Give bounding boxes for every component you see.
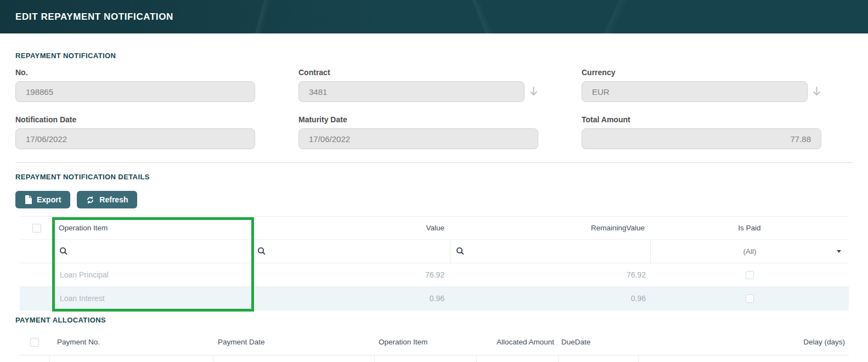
allocations-header-row: Payment No. Payment Date Operation Item …	[20, 329, 849, 355]
search-icon	[257, 247, 266, 256]
field-total-amount: Total Amount 77.88	[582, 116, 821, 149]
select-all-checkbox[interactable]	[32, 224, 41, 233]
select-all-checkbox[interactable]	[30, 338, 39, 347]
contract-label: Contract	[298, 69, 538, 76]
value-filter-input[interactable]	[251, 240, 450, 263]
operation-item-filter-input[interactable]	[374, 355, 476, 362]
details-header-row: Operation Item Value RemainingValue Is P…	[20, 216, 849, 240]
value-cell: 76.92	[251, 263, 450, 286]
column-header-value[interactable]: Value	[251, 217, 450, 239]
allocations-filter-row	[20, 355, 849, 362]
column-header-duedate[interactable]: DueDate	[558, 329, 638, 355]
column-header-operation-item[interactable]: Operation Item	[53, 217, 251, 239]
details-toolbar: Export Refresh	[15, 191, 868, 208]
details-table: Operation Item Value RemainingValue Is P…	[20, 216, 849, 310]
section-title-repayment-notification: REPAYMENT NOTIFICATION	[15, 52, 853, 60]
operation-item-cell: Loan Interest	[53, 287, 251, 310]
remaining-value-filter-input[interactable]	[450, 240, 650, 263]
column-header-payment-no[interactable]: Payment No.	[49, 329, 213, 355]
delay-days-filter-input[interactable]	[638, 355, 849, 362]
search-icon	[59, 247, 68, 256]
notification-date-label: Notification Date	[15, 116, 255, 123]
column-header-operation-item[interactable]: Operation Item	[374, 329, 476, 355]
search-icon	[456, 247, 465, 256]
currency-select[interactable]: EUR	[582, 81, 808, 102]
caret-down-icon	[837, 250, 841, 253]
section-title-payment-allocations: PAYMENT ALLOCATIONS	[15, 316, 853, 324]
refresh-button[interactable]: Refresh	[77, 191, 137, 208]
allocations-table: Payment No. Payment Date Operation Item …	[20, 329, 849, 362]
page-header: EDIT REPAYMENT NOTIFICATION	[0, 0, 868, 33]
is-paid-checkbox[interactable]	[746, 295, 754, 303]
no-label: No.	[15, 69, 255, 76]
notification-date-input[interactable]: 17/06/2022	[15, 128, 255, 149]
payment-no-filter-input[interactable]	[49, 355, 213, 362]
contract-select[interactable]: 3481	[298, 81, 525, 102]
repayment-notification-form: No. 198865 Contract 3481 Currency EUR	[15, 69, 868, 149]
total-amount-input[interactable]: 77.88	[582, 128, 821, 149]
column-header-allocated-amount[interactable]: Allocated Amount	[476, 329, 558, 355]
arrow-down-icon	[528, 86, 539, 97]
currency-label: Currency	[582, 69, 821, 76]
maturity-date-label: Maturity Date	[298, 116, 538, 123]
page-title: EDIT REPAYMENT NOTIFICATION	[15, 12, 173, 22]
remaining-value-cell: 0.96	[450, 287, 650, 310]
is-paid-filter-select[interactable]: (All)	[650, 240, 849, 263]
duedate-filter-input[interactable]	[558, 355, 638, 362]
field-maturity-date: Maturity Date 17/06/2022	[298, 116, 538, 149]
column-header-delay-days[interactable]: Delay (days)	[638, 329, 849, 355]
refresh-icon	[86, 196, 94, 204]
arrow-down-icon	[811, 86, 822, 97]
field-contract: Contract 3481	[298, 69, 538, 102]
remaining-value-cell: 76.92	[450, 263, 650, 286]
field-no: No. 198865	[15, 69, 255, 102]
section-divider	[15, 162, 853, 163]
field-currency: Currency EUR	[582, 69, 821, 102]
no-input[interactable]: 198865	[15, 81, 255, 102]
maturity-date-input[interactable]: 17/06/2022	[298, 128, 538, 149]
column-header-remaining-value[interactable]: RemainingValue	[450, 217, 650, 239]
operation-item-cell: Loan Principal	[53, 263, 251, 286]
table-row[interactable]: Loan Interest 0.96 0.96	[20, 287, 849, 310]
section-title-details: REPAYMENT NOTIFICATION DETAILS	[15, 173, 853, 181]
details-filter-row: (All)	[20, 240, 849, 263]
is-paid-checkbox[interactable]	[746, 271, 754, 279]
allocated-amount-filter-input[interactable]	[476, 355, 558, 362]
total-amount-label: Total Amount	[582, 116, 821, 123]
payment-date-filter-input[interactable]	[213, 355, 374, 362]
operation-item-filter-input[interactable]	[53, 240, 251, 263]
column-header-payment-date[interactable]: Payment Date	[213, 329, 374, 355]
document-icon	[25, 195, 32, 204]
column-header-is-paid[interactable]: Is Paid	[650, 217, 849, 239]
table-row[interactable]: Loan Principal 76.92 76.92	[20, 263, 849, 287]
field-notification-date: Notification Date 17/06/2022	[15, 116, 255, 149]
value-cell: 0.96	[251, 287, 450, 310]
export-button[interactable]: Export	[15, 191, 70, 208]
